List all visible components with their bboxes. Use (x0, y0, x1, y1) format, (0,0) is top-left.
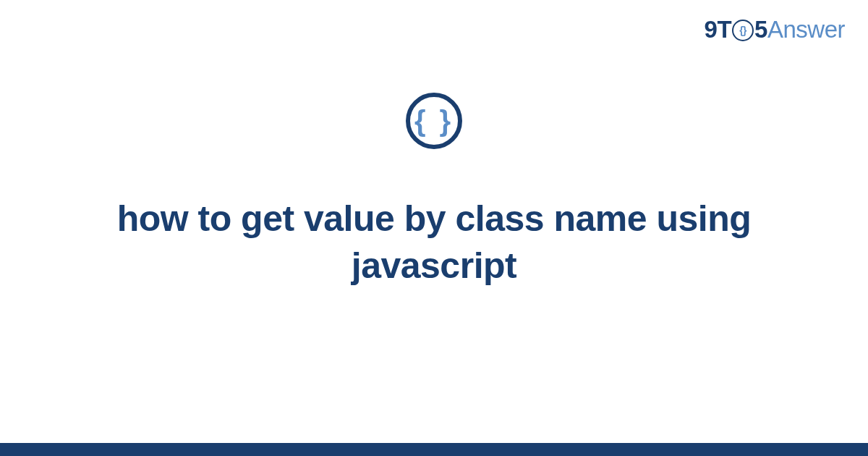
main-content: { } how to get value by class name using… (0, 93, 868, 290)
code-braces-icon: { } (414, 106, 454, 135)
logo-text-5: 5 (754, 16, 767, 43)
footer-accent-bar (0, 443, 868, 456)
logo-text-answer: Answer (767, 16, 845, 43)
logo-text-9t: 9T (705, 16, 732, 43)
clock-inner-braces: {} (739, 25, 746, 35)
category-badge: { } (406, 93, 462, 149)
clock-icon: {} (732, 20, 754, 41)
site-logo[interactable]: 9T {} 5 Answer (705, 16, 845, 43)
question-title: how to get value by class name using jav… (72, 195, 796, 290)
